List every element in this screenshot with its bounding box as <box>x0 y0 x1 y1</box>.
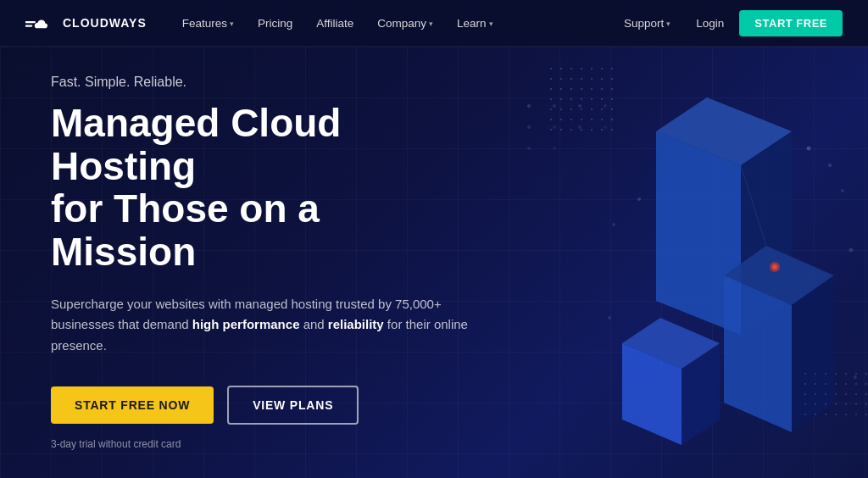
learn-chevron-icon: ▾ <box>489 19 493 28</box>
navbar: CLOUDWAYS Features ▾ Pricing Affiliate C… <box>0 0 868 47</box>
view-plans-button[interactable]: VIEW PLANS <box>227 386 359 425</box>
nav-right-items: Support ▾ Login START FREE <box>614 10 843 36</box>
hero-tagline: Fast. Simple. Reliable. <box>51 75 475 90</box>
company-chevron-icon: ▾ <box>429 19 433 28</box>
svg-point-29 <box>849 248 854 253</box>
svg-point-10 <box>527 147 531 150</box>
nav-support[interactable]: Support ▾ <box>614 12 681 35</box>
nav-login[interactable]: Login <box>684 12 736 35</box>
svg-point-28 <box>612 223 615 226</box>
svg-point-6 <box>527 125 531 129</box>
hero-section: Fast. Simple. Reliable. Managed Cloud Ho… <box>0 47 868 478</box>
svg-point-2 <box>527 104 531 108</box>
svg-point-24 <box>807 147 811 151</box>
cloudways-logo-icon <box>25 11 56 35</box>
support-chevron-icon: ▾ <box>666 19 670 28</box>
trial-info-text: 3-day trial without credit card <box>51 438 475 450</box>
dots-decoration-bottomright <box>800 369 868 420</box>
svg-point-4 <box>578 104 581 108</box>
svg-point-7 <box>553 125 556 129</box>
svg-point-31 <box>608 316 611 320</box>
nav-left-items: Features ▾ Pricing Affiliate Company ▾ L… <box>172 12 614 35</box>
svg-point-25 <box>828 164 832 167</box>
nav-start-free-button[interactable]: START FREE <box>739 10 843 36</box>
features-chevron-icon: ▾ <box>230 19 234 28</box>
svg-point-3 <box>553 104 556 108</box>
hero-description: Supercharge your websites with managed h… <box>51 294 475 357</box>
nav-learn[interactable]: Learn ▾ <box>447 12 504 35</box>
nav-affiliate[interactable]: Affiliate <box>306 12 364 35</box>
svg-point-11 <box>553 147 556 150</box>
hero-content: Fast. Simple. Reliable. Managed Cloud Ho… <box>0 75 526 450</box>
svg-point-9 <box>604 125 607 129</box>
svg-point-22 <box>772 264 777 270</box>
nav-features[interactable]: Features ▾ <box>172 12 244 35</box>
svg-point-8 <box>578 125 581 129</box>
nav-company[interactable]: Company ▾ <box>367 12 443 35</box>
hero-title: Managed Cloud Hosting for Those on a Mis… <box>51 102 475 273</box>
start-free-now-button[interactable]: START FREE NOW <box>51 386 214 424</box>
hero-graphic <box>478 81 868 453</box>
svg-point-27 <box>637 197 641 201</box>
nav-pricing[interactable]: Pricing <box>248 12 303 35</box>
brand-name: CLOUDWAYS <box>63 16 147 30</box>
hero-buttons: START FREE NOW VIEW PLANS <box>51 386 475 425</box>
logo[interactable]: CLOUDWAYS <box>25 11 147 35</box>
svg-point-5 <box>604 104 607 108</box>
svg-point-26 <box>841 189 844 192</box>
